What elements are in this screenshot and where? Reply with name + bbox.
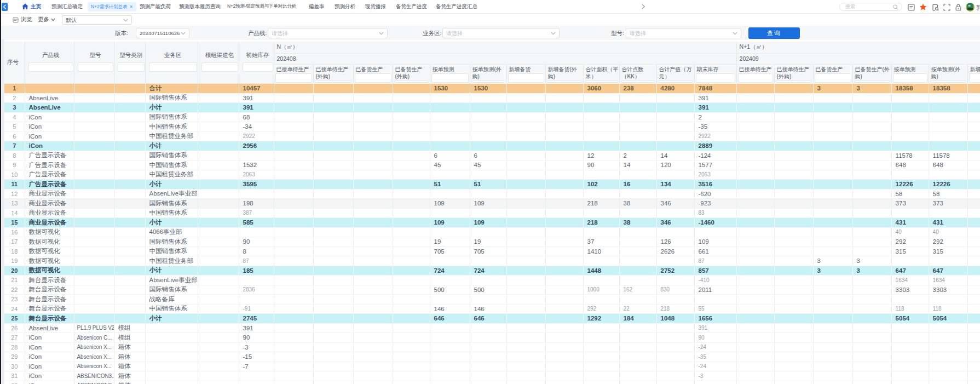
cell-fcw[interactable]: 146 bbox=[470, 304, 506, 314]
cell-nsw[interactable] bbox=[545, 342, 583, 352]
cell-ns[interactable] bbox=[506, 352, 545, 362]
cell-spw[interactable] bbox=[393, 161, 430, 170]
cell-area[interactable] bbox=[583, 131, 619, 141]
cell-area[interactable] bbox=[583, 323, 619, 333]
cell-region[interactable]: 小计 bbox=[145, 103, 198, 113]
cell-fc[interactable] bbox=[430, 122, 470, 132]
cell-pts[interactable] bbox=[619, 323, 656, 333]
cell-end[interactable]: -24 bbox=[694, 362, 736, 371]
cell-product[interactable]: 数据可视化 bbox=[25, 256, 74, 266]
cell-n1_rw[interactable] bbox=[736, 295, 774, 305]
cell-region[interactable]: 小计 bbox=[145, 218, 198, 228]
cell-n1_rw[interactable] bbox=[736, 285, 774, 295]
cell-end[interactable]: 2889 bbox=[694, 141, 736, 151]
cell-product[interactable] bbox=[25, 84, 74, 94]
cell-spw[interactable] bbox=[393, 237, 430, 247]
cell-end[interactable]: 2063 bbox=[694, 170, 736, 180]
cell-val[interactable] bbox=[656, 170, 694, 180]
cell-ns[interactable] bbox=[506, 266, 545, 276]
cell-area[interactable]: 1000 bbox=[583, 285, 619, 295]
cell-spw[interactable] bbox=[393, 227, 430, 237]
cell-end[interactable]: -35 bbox=[694, 352, 736, 362]
cell-fc[interactable]: 500 bbox=[430, 285, 470, 295]
cell-n1_fc[interactable] bbox=[891, 103, 929, 113]
cell-n1_spw[interactable] bbox=[852, 93, 891, 103]
cell-ns[interactable] bbox=[506, 381, 545, 384]
cell-rw[interactable] bbox=[274, 112, 313, 122]
cell-end[interactable]: 7848 bbox=[694, 84, 736, 94]
cell-region[interactable] bbox=[145, 371, 198, 381]
cell-spw[interactable] bbox=[393, 218, 430, 228]
cell-pts[interactable] bbox=[619, 256, 656, 266]
cell-fcw[interactable] bbox=[470, 276, 506, 285]
cell-seq[interactable]: 14 bbox=[4, 208, 25, 218]
cell-product[interactable]: 广告显示设备 bbox=[25, 161, 74, 170]
cell-n1_fc[interactable]: 292 bbox=[891, 237, 929, 247]
cell-end[interactable]: 2 bbox=[694, 112, 736, 122]
cell-fc[interactable]: 146 bbox=[430, 304, 470, 314]
cell-n1_fc[interactable]: 373 bbox=[891, 199, 929, 209]
cell-model_type[interactable] bbox=[114, 131, 145, 141]
cell-pts[interactable] bbox=[619, 333, 656, 343]
cell-model_type[interactable] bbox=[114, 170, 145, 180]
cell-n1_sp[interactable] bbox=[813, 304, 852, 314]
cell-area[interactable] bbox=[583, 333, 619, 343]
cell-pts[interactable] bbox=[619, 122, 656, 132]
cell-rww[interactable] bbox=[313, 218, 353, 228]
cell-nsw[interactable] bbox=[545, 151, 583, 161]
cell-seq[interactable]: 20 bbox=[4, 266, 25, 276]
cell-channel[interactable] bbox=[198, 342, 239, 352]
cell-sp[interactable] bbox=[353, 381, 393, 384]
cell-n1_sp[interactable] bbox=[813, 151, 852, 161]
cell-fc[interactable]: 109 bbox=[430, 218, 470, 228]
cell-init[interactable] bbox=[239, 276, 274, 285]
col-filter-input-rw[interactable] bbox=[275, 73, 312, 83]
global-search-input[interactable]: 搜索 bbox=[839, 3, 902, 11]
cell-sp[interactable] bbox=[353, 141, 393, 151]
favorite-button[interactable] bbox=[919, 3, 927, 11]
cell-ns[interactable] bbox=[506, 84, 545, 94]
cell-init[interactable]: 391 bbox=[239, 103, 274, 113]
cell-n1_fcw[interactable]: 118 bbox=[929, 304, 967, 314]
cell-n1_fcw[interactable]: 648 bbox=[929, 161, 967, 170]
cell-rww[interactable] bbox=[313, 180, 353, 190]
cell-n1_spw[interactable] bbox=[852, 131, 891, 141]
cell-spw[interactable] bbox=[393, 103, 430, 113]
cell-model[interactable] bbox=[74, 247, 114, 256]
cell-area[interactable]: 1410 bbox=[583, 247, 619, 256]
cell-pts[interactable] bbox=[619, 247, 656, 256]
cell-val[interactable] bbox=[656, 295, 694, 305]
cell-fc[interactable]: 19 bbox=[430, 237, 470, 247]
cell-n1_sp[interactable] bbox=[813, 189, 852, 199]
cell-rw[interactable] bbox=[274, 161, 313, 170]
cell-n1_fc[interactable] bbox=[891, 295, 929, 305]
cell-model[interactable] bbox=[74, 295, 114, 305]
cell-init[interactable]: -15 bbox=[239, 352, 274, 362]
cell-n1_sp[interactable] bbox=[813, 276, 852, 285]
cell-n1_sp[interactable] bbox=[813, 352, 852, 362]
cell-rw[interactable] bbox=[274, 323, 313, 333]
cell-product[interactable]: iCon bbox=[25, 371, 74, 381]
cell-fcw[interactable]: 6 bbox=[470, 151, 506, 161]
cell-n1_rww[interactable] bbox=[774, 276, 813, 285]
cell-fcw[interactable] bbox=[470, 208, 506, 218]
cell-n1_sp[interactable] bbox=[813, 237, 852, 247]
cell-pts[interactable] bbox=[619, 189, 656, 199]
cell-n1_ns[interactable] bbox=[967, 131, 980, 141]
cell-product[interactable]: 商业显示设备 bbox=[25, 199, 74, 209]
cell-pts[interactable] bbox=[619, 295, 656, 305]
cell-spw[interactable] bbox=[393, 170, 430, 180]
cell-nsw[interactable] bbox=[545, 304, 583, 314]
cell-region[interactable]: 4066事业部 bbox=[145, 227, 198, 237]
cell-fcw[interactable] bbox=[470, 342, 506, 352]
cell-init[interactable] bbox=[239, 227, 274, 237]
cell-channel[interactable] bbox=[198, 131, 239, 141]
cell-model_type[interactable] bbox=[114, 93, 145, 103]
cell-model[interactable]: Absenicon X... bbox=[74, 352, 114, 362]
cell-n1_fc[interactable]: 5054 bbox=[891, 314, 929, 324]
cell-rw[interactable] bbox=[274, 122, 313, 132]
cell-n1_rww[interactable] bbox=[774, 180, 813, 190]
cell-init[interactable]: 68 bbox=[239, 112, 274, 122]
cell-product[interactable]: iCon bbox=[25, 112, 74, 122]
cell-n1_rww[interactable] bbox=[774, 141, 813, 151]
